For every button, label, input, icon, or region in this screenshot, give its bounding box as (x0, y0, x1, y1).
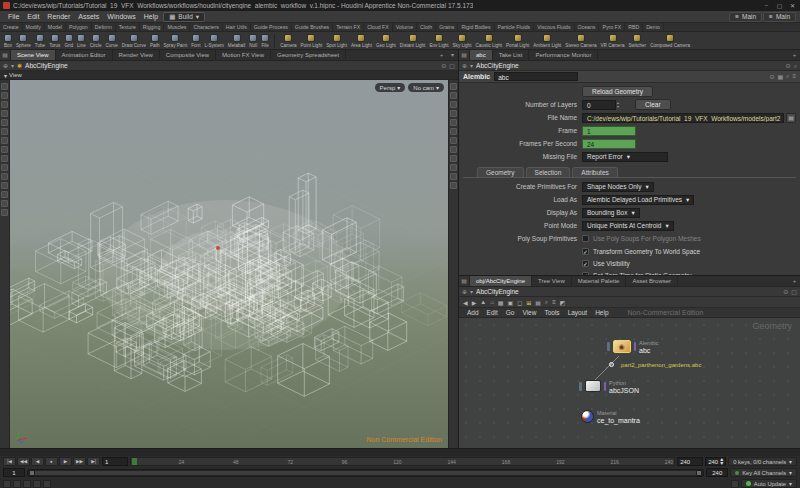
viewport-display-icon[interactable] (450, 128, 457, 135)
network-toolbar-icon[interactable]: ▦ (498, 299, 504, 306)
current-frame-field[interactable]: 1 (102, 457, 128, 466)
shelf-light-tool[interactable]: Geo Light (374, 34, 398, 48)
pane-tab[interactable]: Animation Editor (56, 50, 113, 60)
network-toolbar-icon[interactable]: ◻ (517, 299, 522, 306)
node-alembic-abc[interactable]: ◉ Alembic abc (607, 340, 659, 354)
pane-maximize-icon[interactable]: ▢ (449, 61, 455, 71)
network-canvas[interactable]: Geometry ◉ Alembic abc part2_p (459, 318, 800, 448)
transport-button[interactable]: ▶▶ (73, 457, 86, 466)
playhead[interactable] (132, 458, 137, 465)
shelf-tool[interactable]: Curve (104, 34, 120, 48)
transport-button[interactable]: ◀ (31, 457, 44, 466)
gear-icon[interactable]: ▦ (777, 73, 783, 80)
node-input-flag[interactable] (579, 382, 582, 391)
viewport-tool-icon[interactable] (1, 191, 8, 198)
viewport-tool-icon[interactable] (1, 146, 8, 153)
shelf-tab[interactable]: Guide Process (251, 23, 292, 31)
viewport-display-icon[interactable] (450, 155, 457, 162)
shelf-tool[interactable]: Font (189, 34, 202, 48)
shelf-tab[interactable]: Modify (23, 23, 45, 31)
transform-world-checkbox[interactable]: ✓ (582, 248, 589, 255)
viewport-tool-icon[interactable] (1, 173, 8, 180)
pane-tab[interactable]: Motion FX View (216, 50, 271, 60)
network-toolbar-icon[interactable]: ▣ (508, 299, 514, 306)
shelf-tool[interactable]: Tube (33, 34, 47, 48)
shelf-tab[interactable]: Cloth (417, 23, 436, 31)
close-button[interactable]: ✕ (788, 2, 797, 9)
pin-icon[interactable]: ⊙ (786, 61, 791, 71)
fps-field[interactable]: 24 (582, 139, 636, 149)
shelf-light-tool[interactable]: Composed Camera (648, 34, 692, 48)
camera-selector[interactable]: No cam ▾ (408, 83, 444, 92)
viewport-display-icon[interactable] (450, 92, 457, 99)
shelf-tab[interactable]: Rigging (140, 23, 165, 31)
shelf-tab[interactable]: Hair Utils (223, 23, 251, 31)
poly-soup-checkbox[interactable] (582, 235, 589, 242)
menu-item[interactable]: File (4, 13, 23, 20)
viewport-display-icon[interactable] (450, 137, 457, 144)
pin-icon[interactable]: ⊙ (441, 61, 446, 71)
node-input-flag[interactable] (607, 342, 610, 351)
shelf-tab[interactable]: Polygon (66, 23, 92, 31)
realtime-toggle-icon[interactable] (13, 480, 21, 488)
path-plus-icon[interactable]: ⊕ (462, 287, 467, 297)
toolbar-main-right[interactable]: ≡ Main (763, 12, 796, 22)
shelf-light-tool[interactable]: Spot Light (324, 34, 349, 48)
viewport-display-icon[interactable] (450, 164, 457, 171)
shelf-tool[interactable]: Null (247, 34, 259, 48)
clear-layers-button[interactable]: Clear (635, 99, 671, 110)
shelf-tool[interactable]: Circle (88, 34, 104, 48)
network-toolbar-icon[interactable]: ≡ (552, 299, 556, 305)
viewport-tool-icon[interactable] (1, 182, 8, 189)
path-plus-icon[interactable]: ⊕ (462, 61, 467, 71)
viewport-tool-icon[interactable] (1, 209, 8, 216)
layers-spinner[interactable]: ▴▾ (617, 101, 619, 108)
network-toolbar-icon[interactable]: ▲ (480, 299, 486, 305)
network-menu-item[interactable]: View (518, 309, 540, 316)
add-tab-icon[interactable]: + (789, 276, 800, 286)
shelf-tab[interactable]: Muscles (164, 23, 190, 31)
network-toolbar-icon[interactable]: ▶ (472, 299, 477, 306)
node-display-flag[interactable] (634, 342, 637, 351)
viewport-tool-icon[interactable] (1, 164, 8, 171)
path-plus-icon[interactable]: ⊕ (3, 61, 8, 71)
node-connector-ring[interactable] (609, 362, 614, 367)
minimize-button[interactable]: – (762, 2, 771, 9)
use-visibility-checkbox[interactable]: ✓ (582, 260, 589, 267)
node-display-flag[interactable] (604, 382, 607, 391)
file-chooser-icon[interactable]: ▤ (786, 113, 796, 123)
viewport-display-icon[interactable] (450, 110, 457, 117)
param-tab[interactable]: Performance Monitor (529, 50, 598, 60)
shelf-tool[interactable]: Torus (47, 34, 62, 48)
bookmark-star-icon[interactable]: ✱ (17, 61, 22, 71)
pane-menu-icon[interactable]: ▤ (459, 276, 470, 286)
desktop-selector[interactable]: ▦ Build ▾ (163, 12, 205, 22)
shelf-tool[interactable]: Grid (62, 34, 75, 48)
shelf-tab[interactable]: Terrain FX (333, 23, 364, 31)
add-tab-icon[interactable]: + (789, 50, 800, 60)
node-name-field[interactable]: abc (494, 72, 578, 81)
pane-tab[interactable]: Geometry Spreadsheet (271, 50, 346, 60)
shelf-tool[interactable]: Sphere (14, 34, 33, 48)
shelf-tab[interactable]: Rigid Bodies (458, 23, 494, 31)
display-as-dropdown[interactable]: Bounding Box ▾ (582, 208, 640, 218)
frame-field[interactable]: 1 (582, 126, 636, 136)
shelf-tab[interactable]: Grains (436, 23, 458, 31)
path-chevron-icon[interactable]: ▾ (470, 287, 473, 297)
shelf-tool[interactable]: Path (148, 34, 161, 48)
shelf-light-tool[interactable]: Point Light (299, 34, 325, 48)
shelf-tool[interactable]: L-System (202, 34, 225, 48)
network-toolbar-icon[interactable]: ⌂ (490, 299, 494, 305)
shelf-tool[interactable]: File (259, 34, 271, 48)
path-chevron-icon[interactable]: ▾ (11, 61, 14, 71)
shelf-tool[interactable]: Box (2, 34, 14, 48)
viewport-tool-icon[interactable] (1, 110, 8, 117)
viewport-display-icon[interactable] (450, 119, 457, 126)
shelf-light-tool[interactable]: Env Light (427, 34, 450, 48)
viewport-3d[interactable]: Persp ▾ No cam ▾ Non Commercial Edition (0, 80, 458, 448)
pane-options-icon[interactable]: ≡ (792, 73, 796, 80)
playback-options-icon[interactable] (3, 480, 11, 488)
projection-selector[interactable]: Persp ▾ (375, 83, 406, 92)
network-tab[interactable]: Asset Browser (626, 276, 678, 286)
auto-update-dropdown[interactable]: Auto Update ▾ (741, 479, 797, 488)
